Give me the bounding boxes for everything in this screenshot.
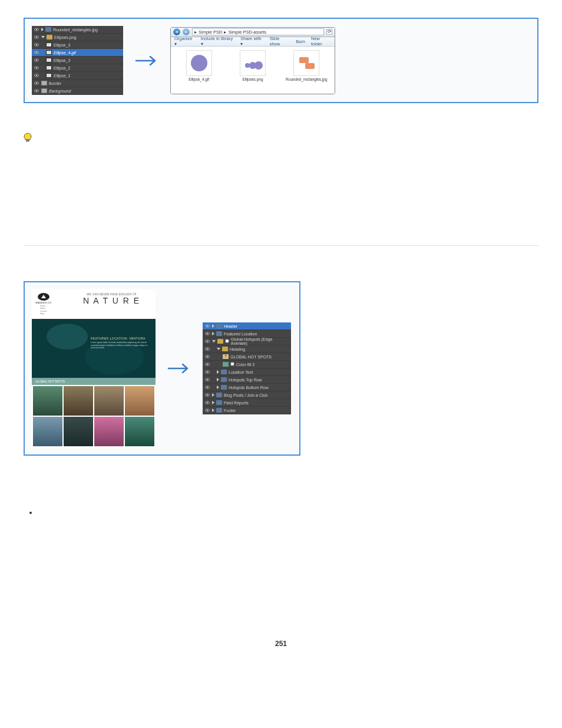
folder-icon [217,339,223,344]
disclosure-triangle-icon[interactable] [41,28,44,31]
disclosure-triangle-icon[interactable] [217,378,219,381]
disclosure-triangle-icon[interactable] [217,348,220,350]
section-divider [24,245,538,246]
disclosure-triangle-icon[interactable] [212,401,214,404]
disclosure-triangle-icon[interactable] [41,36,45,38]
disclosure-triangle-icon[interactable] [212,332,214,335]
layer-row[interactable]: Hotspots Bottom Row [203,384,291,391]
layer-row[interactable]: Ellipse_1 [32,72,123,80]
layer-row[interactable]: Footer [203,407,291,414]
layers-panel: Rounded_rectangles.jpgEllipses.pngEllips… [32,26,123,95]
layer-name: Location Text [229,370,253,374]
layer-row[interactable]: Header [203,322,291,330]
visibility-toggle-icon[interactable] [204,384,210,390]
visibility-toggle-icon[interactable] [204,323,210,329]
visibility-toggle-icon[interactable] [204,392,210,398]
layer-thumbnail-icon [46,42,52,47]
layer-thumbnail-icon [41,88,47,93]
folder-icon [47,35,52,39]
layer-name: Footer [224,409,236,413]
nav-back-button[interactable]: ◂ [173,28,180,35]
file-item[interactable]: Ellipse_4.gif [183,50,216,81]
photo-cell [33,417,62,446]
visibility-toggle-icon[interactable] [204,377,210,383]
svg-rect-41 [231,363,234,365]
layer-name: Color fill 2 [236,363,254,367]
visibility-toggle-icon[interactable] [204,369,210,375]
layer-row[interactable]: Ellipse_3 [32,41,123,49]
include-library-menu[interactable]: Include in library ▾ [201,36,235,47]
photo-cell [64,417,93,446]
layer-row[interactable]: Ellipse_4.gif [32,49,123,57]
figure-asset-export: Rounded_rectangles.jpgEllipses.pngEllips… [24,18,538,103]
layer-name: Ellipses.png [54,35,77,39]
layer-name: Field Reports [224,401,249,405]
layer-row[interactable]: Color fill 2 [203,361,291,368]
organize-menu[interactable]: Organize ▾ [174,36,195,47]
nav-forward-button[interactable]: ▸ [183,28,190,35]
layer-thumbnail-icon [46,73,52,78]
visibility-toggle-icon[interactable] [204,331,210,337]
svg-point-29 [207,325,208,327]
layer-row[interactable]: Ellipse_3 [32,57,123,64]
layer-row[interactable]: Heading [203,345,291,353]
layer-name: Border [49,81,61,85]
layer-row[interactable]: Border [32,80,123,87]
visibility-toggle-icon[interactable] [204,338,210,344]
disclosure-triangle-icon[interactable] [217,370,219,374]
photo-cell [33,386,62,416]
visibility-toggle-icon[interactable] [34,65,39,71]
visibility-toggle-icon[interactable] [34,88,39,94]
visibility-toggle-icon[interactable] [34,27,39,32]
svg-point-40 [207,364,208,365]
visibility-toggle-icon[interactable] [34,34,39,40]
disclosure-triangle-icon[interactable] [212,409,214,412]
layer-row[interactable]: Hotspots Top Row [203,376,291,384]
address-bar[interactable]: ▸ Simple PSD ▸ Simple PSD-assets [192,28,324,35]
visibility-toggle-icon[interactable] [34,73,39,78]
clip-mask-icon [230,362,234,367]
refresh-button[interactable]: ⟳ [326,29,332,35]
folder-icon [216,331,222,336]
burn-button[interactable]: Burn [296,39,305,44]
file-item[interactable]: Rounded_rectangles.jpg [290,50,323,81]
layer-row[interactable]: Global Hotspots (Edge Animate) [203,338,291,345]
breadcrumb-2[interactable]: Simple PSD-assets [228,29,266,35]
photo-cell [94,386,124,416]
share-with-menu[interactable]: Share with ▾ [240,36,263,47]
layer-name: Ellipse_1 [54,74,70,78]
visibility-toggle-icon[interactable] [34,80,39,86]
layer-row[interactable]: Field Reports [203,399,291,407]
layer-row[interactable]: Ellipse_2 [32,64,123,72]
visibility-toggle-icon[interactable] [34,57,39,63]
svg-point-36 [207,348,208,350]
visibility-toggle-icon[interactable] [204,361,210,367]
visibility-toggle-icon[interactable] [34,50,39,55]
breadcrumb-1[interactable]: Simple PSD [199,29,222,35]
visibility-toggle-icon[interactable] [34,42,39,48]
layer-name: GLOBAL HOT SPOTS [230,355,272,359]
layer-row[interactable]: TGLOBAL HOT SPOTS [203,353,291,361]
layer-row[interactable]: Location Text [203,368,291,376]
visibility-toggle-icon[interactable] [204,407,210,413]
layer-name: Hotspots Top Row [229,378,262,382]
visibility-toggle-icon[interactable] [204,354,210,360]
slideshow-button[interactable]: Slide show [270,36,290,47]
visibility-toggle-icon[interactable] [204,346,210,352]
file-item[interactable]: Ellipses.png [236,50,269,81]
disclosure-triangle-icon[interactable] [212,340,216,342]
disclosure-triangle-icon[interactable] [212,324,214,328]
svg-point-43 [207,371,208,373]
layer-row[interactable]: Blog Posts / Join a Club [203,391,291,399]
arrow-icon [135,55,158,67]
disclosure-triangle-icon[interactable] [212,393,214,397]
layer-row[interactable]: Ellipses.png [32,34,123,41]
svg-point-5 [36,44,37,45]
layer-row[interactable]: Rounded_rectangles.jpg [32,26,123,34]
new-folder-button[interactable]: New folder [311,36,331,47]
layer-name: Global Hotspots (Edge Animate) [231,337,289,345]
visibility-toggle-icon[interactable] [204,400,210,406]
disclosure-triangle-icon[interactable] [217,386,219,389]
layer-row[interactable]: Background [32,87,123,95]
bullet-dot [29,512,32,514]
